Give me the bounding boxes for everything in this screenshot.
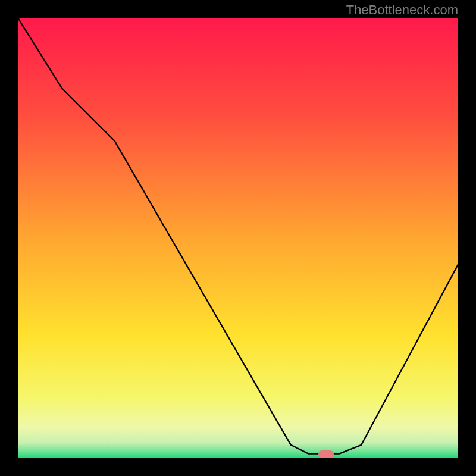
- curve-layer: [18, 18, 458, 458]
- plot-area: [18, 18, 458, 458]
- minimum-marker: [318, 450, 334, 458]
- bottleneck-curve: [18, 18, 458, 454]
- watermark-text: TheBottleneck.com: [346, 2, 458, 18]
- chart-frame: TheBottleneck.com: [0, 0, 476, 476]
